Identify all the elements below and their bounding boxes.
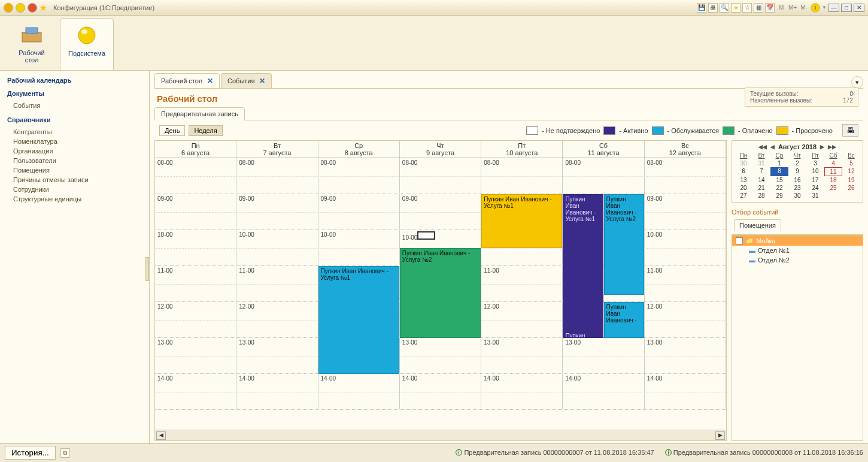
calendar-hscroll[interactable]: ◀ ▶ bbox=[155, 430, 726, 440]
memory-mplus[interactable]: M+ bbox=[788, 3, 797, 13]
cal-cell-6-2[interactable]: 14-00 bbox=[318, 374, 400, 409]
back-nav-icon[interactable] bbox=[16, 3, 25, 13]
calendar-event-4[interactable]: Пупкин bbox=[563, 331, 603, 338]
calendar-body[interactable]: 08-0008-0008-0008-0008-0008-0008-0009-00… bbox=[155, 158, 726, 430]
cal-cell-2-6[interactable]: 10-00 bbox=[645, 230, 726, 265]
minical-grid[interactable]: ПнВтСрЧтПтСбВс30311234567891011121314151… bbox=[735, 152, 860, 200]
ribbon-tab-subsystem[interactable]: Подсистема bbox=[60, 18, 114, 70]
minical-day[interactable]: 27 bbox=[735, 192, 752, 200]
cal-cell-5-3[interactable]: 13-00 bbox=[400, 338, 481, 373]
filter-tab-rooms[interactable]: Помещения bbox=[734, 219, 781, 231]
cal-cell-0-6[interactable]: 08-00 bbox=[645, 158, 726, 194]
minical-day[interactable]: 12 bbox=[842, 167, 860, 176]
cal-cell-3-0[interactable]: 11-00 bbox=[155, 266, 236, 301]
minical-day[interactable] bbox=[824, 192, 842, 200]
nav-item-ref-6[interactable]: Сотрудники bbox=[7, 185, 142, 194]
calendar-icon[interactable]: 📅 bbox=[765, 3, 775, 13]
cal-cell-5-5[interactable]: 13-00 bbox=[563, 338, 644, 373]
minical-day[interactable]: 1 bbox=[770, 159, 788, 167]
cal-cell-0-0[interactable]: 08-00 bbox=[155, 158, 236, 194]
cal-cell-4-1[interactable]: 12-00 bbox=[236, 302, 318, 337]
cal-cell-5-4[interactable]: 13-00 bbox=[481, 338, 563, 373]
nav-item-ref-1[interactable]: Номенклатура bbox=[7, 137, 142, 146]
preview-icon[interactable]: 🔍 bbox=[720, 3, 729, 13]
tab-desktop[interactable]: Рабочий стол ✕ bbox=[154, 73, 220, 88]
cal-cell-3-4[interactable]: 11-00 bbox=[481, 266, 563, 301]
minical-day[interactable]: 24 bbox=[806, 184, 824, 192]
tree-child-1[interactable]: ▬Отдел №2 bbox=[732, 255, 863, 265]
nav-item-ref-4[interactable]: Помещения bbox=[7, 165, 142, 175]
cal-cell-0-2[interactable]: 08-00 bbox=[318, 158, 400, 194]
nav-item-ref-5[interactable]: Причины отмены записи bbox=[7, 175, 142, 185]
minical-day[interactable]: 11 bbox=[824, 167, 842, 176]
save-icon[interactable]: 💾 bbox=[697, 3, 706, 13]
info-icon[interactable]: i bbox=[811, 3, 820, 13]
favorite-outline-icon[interactable]: ☆ bbox=[742, 3, 752, 13]
star-icon[interactable]: ★ bbox=[40, 3, 47, 13]
cal-cell-1-6[interactable]: 09-00 bbox=[645, 194, 726, 230]
minical-day[interactable]: 18 bbox=[824, 176, 842, 184]
cal-cell-6-0[interactable]: 14-00 bbox=[155, 374, 236, 409]
cal-cell-2-1[interactable]: 10-00 bbox=[236, 230, 318, 265]
windows-icon[interactable]: ⧉ bbox=[60, 448, 70, 458]
nav-title[interactable]: Рабочий календарь bbox=[7, 77, 142, 84]
cal-cell-0-5[interactable]: 08-00 bbox=[563, 158, 644, 194]
minical-day[interactable]: 17 bbox=[806, 176, 824, 184]
minimize-button[interactable]: — bbox=[828, 4, 839, 12]
cal-cell-6-1[interactable]: 14-00 bbox=[236, 374, 318, 409]
nav-item-ref-7[interactable]: Структурные единицы bbox=[7, 194, 142, 204]
minical-day[interactable]: 22 bbox=[770, 184, 788, 192]
favorite-icon[interactable]: ★ bbox=[731, 3, 740, 13]
minical-day[interactable]: 26 bbox=[842, 184, 860, 192]
calendar-event-2[interactable]: Пупкин Иван Иванович - Услуга №1 bbox=[481, 194, 562, 248]
cal-cell-5-0[interactable]: 13-00 bbox=[155, 338, 236, 373]
cal-cell-4-4[interactable]: 12-00 bbox=[481, 302, 563, 337]
scroll-left-icon[interactable]: ◀ bbox=[156, 431, 166, 440]
view-week-button[interactable]: Неделя bbox=[189, 125, 222, 136]
nav-item-doc-0[interactable]: События bbox=[7, 101, 142, 110]
maximize-button[interactable]: □ bbox=[841, 4, 852, 12]
minical-day[interactable]: 31 bbox=[806, 192, 824, 200]
notification-close-icon[interactable]: ✕ bbox=[851, 90, 855, 97]
minical-next-year-icon[interactable]: ▶▶ bbox=[828, 144, 836, 150]
cal-cell-6-5[interactable]: 14-00 bbox=[563, 374, 644, 409]
print-icon[interactable]: 🖶 bbox=[708, 3, 718, 13]
nav-item-ref-0[interactable]: Контрагенты bbox=[7, 127, 142, 137]
calendar-event-6[interactable]: Пупкин Иван Иванович - bbox=[604, 302, 644, 338]
close-button[interactable]: ✕ bbox=[854, 4, 864, 12]
scroll-right-icon[interactable]: ▶ bbox=[715, 431, 725, 440]
cal-cell-6-3[interactable]: 14-00 bbox=[400, 374, 481, 409]
minical-day[interactable]: 8 bbox=[770, 167, 788, 176]
tab-events[interactable]: События ✕ bbox=[221, 73, 272, 88]
cal-cell-2-2[interactable]: 10-00 bbox=[318, 230, 400, 265]
subtab-prebooking[interactable]: Предварительная запись bbox=[154, 107, 245, 120]
minical-day[interactable]: 14 bbox=[752, 176, 770, 184]
calendar-event-3[interactable]: Пупкин Иван Иванович - Услуга №1 bbox=[563, 194, 603, 334]
minical-prev-month-icon[interactable]: ◀ bbox=[770, 144, 775, 150]
memory-m[interactable]: M bbox=[776, 3, 786, 13]
history-button[interactable]: История... bbox=[5, 446, 56, 460]
minical-next-month-icon[interactable]: ▶ bbox=[820, 144, 824, 150]
cal-cell-1-0[interactable]: 09-00 bbox=[155, 194, 236, 230]
minical-day[interactable]: 2 bbox=[788, 159, 806, 167]
print-button[interactable]: 🖶 bbox=[842, 124, 858, 137]
cal-cell-0-1[interactable]: 08-00 bbox=[236, 158, 318, 194]
minical-day[interactable]: 29 bbox=[770, 192, 788, 200]
cal-cell-2-0[interactable]: 10-00 bbox=[155, 230, 236, 265]
tab-more-icon[interactable]: ▾ bbox=[851, 76, 863, 88]
minical-day[interactable]: 5 bbox=[842, 159, 860, 167]
view-day-button[interactable]: День bbox=[159, 125, 185, 136]
cal-cell-1-1[interactable]: 09-00 bbox=[236, 194, 318, 230]
minical-day[interactable]: 30 bbox=[735, 159, 752, 167]
cal-cell-5-6[interactable]: 13-00 bbox=[645, 338, 726, 373]
cal-cell-3-6[interactable]: 11-00 bbox=[645, 266, 726, 301]
minical-day[interactable]: 28 bbox=[752, 192, 770, 200]
info-dropdown-icon[interactable]: ▼ bbox=[822, 5, 827, 10]
calendar-event-1[interactable]: Пупкин Иван Иванович - Услуга №2 bbox=[400, 248, 481, 338]
calendar-event-0[interactable]: Пупкин Иван Иванович - Услуга №1 bbox=[318, 266, 399, 374]
tree-child-0[interactable]: ▬Отдел №1 bbox=[732, 246, 863, 255]
memory-mminus[interactable]: M- bbox=[799, 3, 809, 13]
selected-time-slot[interactable] bbox=[417, 231, 435, 240]
forward-nav-icon[interactable] bbox=[28, 3, 37, 13]
tree-root[interactable]: − 📁 Мойка bbox=[732, 235, 863, 246]
